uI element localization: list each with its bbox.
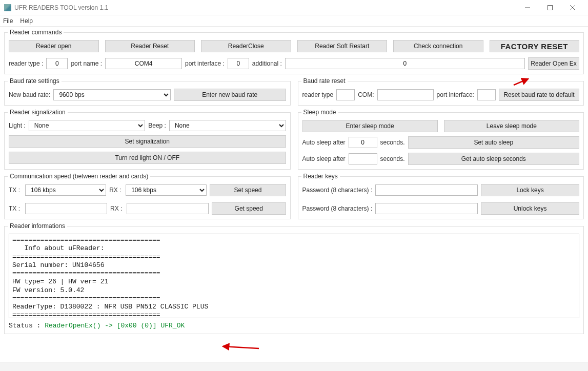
reader-type-label: reader type :	[9, 60, 43, 67]
annotation-arrow-icon	[220, 343, 261, 353]
status-bar	[0, 362, 588, 371]
reader-soft-restart-button[interactable]: Reader Soft Restart	[297, 40, 388, 52]
set-signalization-button[interactable]: Set signalization	[9, 135, 286, 148]
sleep-mode-group: Sleep mode Enter sleep mode Leave sleep …	[298, 109, 584, 170]
turn-red-light-button[interactable]: Turn red light ON / OFF	[9, 152, 286, 164]
reset-baud-default-button[interactable]: Reset baud rate to default	[499, 89, 579, 101]
port-interface-input[interactable]	[228, 58, 249, 69]
baud-reset-reader-type-input[interactable]	[336, 89, 355, 100]
reader-open-ex-button[interactable]: Reader Open Ex	[528, 57, 579, 70]
baud-reset-port-interface-input[interactable]	[477, 89, 496, 100]
reader-reset-button[interactable]: Reader Reset	[105, 40, 195, 52]
tx-label: TX :	[9, 187, 22, 194]
comm-speed-group: Communication speed (between reader and …	[4, 173, 291, 219]
svg-line-5	[223, 346, 259, 348]
app-icon	[4, 4, 11, 11]
status-line: Status : ReaderOpenEx() -> [0x00 (0)] UF…	[9, 320, 579, 329]
reader-info-legend: Reader informations	[8, 222, 67, 230]
port-name-label: port name :	[71, 60, 102, 67]
status-value: ReaderOpenEx() -> [0x00 (0)] UFR_OK	[45, 322, 185, 329]
tx-read-input[interactable]	[25, 203, 107, 214]
comm-speed-legend: Communication speed (between reader and …	[8, 173, 150, 180]
lock-password-label: Password (8 characters) :	[302, 187, 373, 194]
unlock-password-label: Password (8 characters) :	[302, 205, 373, 212]
unlock-keys-button[interactable]: Unlock keys	[481, 202, 579, 215]
menu-file[interactable]: File	[3, 17, 13, 25]
additional-input[interactable]	[285, 58, 525, 69]
tx-read-label: TX :	[9, 205, 22, 212]
svg-rect-1	[548, 5, 553, 10]
title-bar: UFR READERS TOOL version 1.1	[0, 0, 588, 15]
reader-keys-legend: Reader keys	[301, 173, 340, 180]
minimize-button[interactable]	[516, 1, 539, 14]
maximize-button[interactable]	[539, 1, 561, 14]
reader-signalization-group: Reader signalization Light : None Beep :…	[4, 109, 291, 170]
signalization-legend: Reader signalization	[8, 109, 68, 116]
reader-close-button[interactable]: ReaderClose	[201, 40, 291, 52]
enter-new-baud-button[interactable]: Enter new baud rate	[174, 89, 286, 101]
lock-password-input[interactable]	[375, 184, 478, 196]
port-name-input[interactable]	[105, 58, 182, 69]
baud-settings-legend: Baud rate settings	[8, 77, 62, 85]
auto-sleep-set-input[interactable]	[349, 137, 377, 148]
new-baud-label: New baud rate:	[9, 91, 50, 98]
baud-reset-port-interface-label: port interface:	[437, 91, 474, 98]
close-button[interactable]	[561, 1, 584, 14]
rx-read-input[interactable]	[127, 203, 209, 214]
reader-commands-group: Reader commands Reader open Reader Reset…	[4, 29, 584, 74]
reader-informations-group: Reader informations Status : ReaderOpenE…	[4, 222, 584, 334]
menu-bar: File Help	[0, 15, 588, 27]
light-label: Light :	[9, 122, 26, 129]
baud-rate-settings-group: Baud rate settings New baud rate: 9600 b…	[4, 77, 291, 106]
rx-select[interactable]: 106 kbps	[126, 184, 207, 196]
window-title: UFR READERS TOOL version 1.1	[14, 4, 516, 11]
sleep-legend: Sleep mode	[301, 109, 338, 116]
baud-reset-reader-type-label: reader type	[302, 91, 334, 98]
baud-rate-reset-group: Baud rate reset reader type COM: port in…	[298, 77, 584, 106]
seconds-label-1: seconds.	[380, 139, 405, 146]
new-baud-select[interactable]: 9600 bps	[53, 89, 171, 100]
set-auto-sleep-button[interactable]: Set auto sleep	[408, 136, 579, 149]
get-speed-button[interactable]: Get speed	[212, 202, 286, 215]
enter-sleep-button[interactable]: Enter sleep mode	[302, 120, 438, 132]
baud-reset-legend: Baud rate reset	[301, 77, 348, 85]
additional-label: additional :	[252, 60, 282, 67]
reader-commands-legend: Reader commands	[8, 29, 64, 36]
set-speed-button[interactable]: Set speed	[210, 184, 286, 196]
unlock-password-input[interactable]	[375, 203, 478, 214]
light-select[interactable]: None	[29, 120, 146, 131]
reader-open-button[interactable]: Reader open	[9, 40, 99, 52]
baud-reset-com-label: COM:	[358, 91, 374, 98]
rx-label: RX :	[109, 187, 123, 194]
beep-label: Beep :	[148, 122, 166, 129]
reader-type-input[interactable]	[46, 58, 68, 69]
factory-reset-button[interactable]: FACTORY RESET	[490, 40, 580, 52]
baud-reset-com-input[interactable]	[377, 89, 434, 100]
tx-select[interactable]: 106 kbps	[25, 184, 106, 196]
auto-sleep-after-label-2: Auto sleep after	[302, 155, 346, 162]
lock-keys-button[interactable]: Lock keys	[481, 184, 579, 196]
reader-info-output[interactable]	[9, 234, 579, 318]
seconds-label-2: seconds.	[380, 155, 405, 162]
leave-sleep-button[interactable]: Leave sleep mode	[444, 120, 579, 132]
menu-help[interactable]: Help	[20, 17, 33, 25]
auto-sleep-get-input[interactable]	[349, 153, 377, 164]
rx-read-label: RX :	[110, 205, 124, 212]
port-interface-label: port interface :	[185, 60, 225, 67]
status-label: Status :	[9, 322, 45, 329]
reader-keys-group: Reader keys Password (8 characters) : Lo…	[298, 173, 584, 219]
get-auto-sleep-button[interactable]: Get auto sleep seconds	[408, 153, 579, 165]
check-connection-button[interactable]: Check connection	[393, 40, 483, 52]
beep-select[interactable]: None	[169, 120, 286, 131]
auto-sleep-after-label-1: Auto sleep after	[302, 139, 346, 146]
